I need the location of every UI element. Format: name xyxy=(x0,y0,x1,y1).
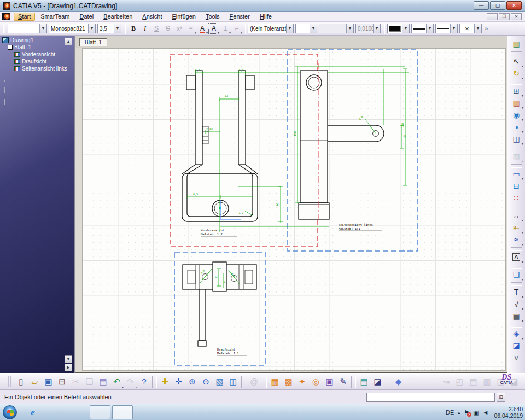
font-combo[interactable]: Monospac821 ▼ xyxy=(49,24,96,33)
normal-view-icon[interactable]: ▧ xyxy=(213,375,226,388)
superscript-button[interactable]: x² xyxy=(174,23,185,34)
minimize-button[interactable]: — xyxy=(474,1,489,10)
toolbar-overflow-icon[interactable]: » xyxy=(485,25,488,32)
cut-icon[interactable]: ✂ xyxy=(69,375,83,388)
tree-scroll-up-button[interactable]: ▲ xyxy=(65,38,72,45)
select-icon[interactable]: ↖ xyxy=(509,55,523,67)
tree-item-sheet[interactable]: Blatt .1 xyxy=(0,44,74,50)
maximize-button[interactable]: ▢ xyxy=(490,1,505,10)
menu-fenster[interactable]: Fenster xyxy=(225,13,254,21)
item[interactable] xyxy=(152,376,157,388)
measure-between-icon[interactable]: ▤ xyxy=(357,375,371,388)
item[interactable] xyxy=(511,206,522,209)
chevron-down-icon[interactable]: ▼ xyxy=(450,24,457,33)
chevron-down-icon[interactable]: ▼ xyxy=(426,24,433,33)
tree-item-vorderansicht[interactable]: Vorderansicht xyxy=(0,51,74,57)
view-creation-wizard-icon[interactable]: ▧ xyxy=(509,150,523,162)
chevron-down-icon[interactable]: ▼ xyxy=(346,24,353,33)
menu-hilfe[interactable]: Hilfe xyxy=(255,13,276,21)
filter-generation-icon[interactable]: ▣ xyxy=(323,375,336,388)
line-weight-combo[interactable]: ▼ xyxy=(411,24,434,33)
chevron-down-icon[interactable]: ▼ xyxy=(88,24,95,33)
apply-material-icon[interactable]: ◆ xyxy=(392,375,405,388)
chevron-down-icon[interactable]: ▼ xyxy=(286,24,293,33)
new-document-icon[interactable]: ▯ xyxy=(14,375,28,388)
justify-button[interactable]: ≡ xyxy=(185,23,196,34)
drafting-workbench-icon[interactable]: ▦ xyxy=(509,38,523,50)
italic-button[interactable]: I xyxy=(139,23,150,34)
inactive-tool-icon-2[interactable]: ◰ xyxy=(453,375,466,388)
broken-view-icon[interactable]: ◫ xyxy=(509,133,523,145)
roughness-symbol-icon[interactable]: √ xyxy=(509,298,523,310)
inactive-tool-icon-4[interactable]: ▥ xyxy=(480,375,494,388)
whats-this-icon[interactable]: ? xyxy=(137,375,151,388)
menu-einfuegen[interactable]: Einfügen xyxy=(167,13,200,21)
item[interactable] xyxy=(405,375,439,388)
dimension-edit-icon[interactable]: ✎ xyxy=(336,375,350,388)
title-bar[interactable]: CATIA V5 - [Drawing1.CATDrawing] — ▢ ✕ xyxy=(0,0,525,12)
document-icon[interactable] xyxy=(2,13,10,20)
inactive-tool-icon-1[interactable]: ↝ xyxy=(439,375,453,388)
item[interactable] xyxy=(511,265,522,269)
refresh-icon[interactable]: @ xyxy=(247,375,261,388)
chevron-down-icon[interactable]: ▼ xyxy=(39,24,46,33)
area-fill-icon[interactable]: ◪ xyxy=(509,340,523,352)
print-icon[interactable]: ⊟ xyxy=(55,375,69,388)
drawing-sheet[interactable]: 6,5 6,5 44 2,88 6,5 76 R 8 xyxy=(82,48,506,371)
display-format-combo[interactable]: ▼ xyxy=(319,24,354,33)
tray-expand-icon[interactable]: ▴ xyxy=(458,410,460,415)
new-sheet-icon[interactable]: ▭ xyxy=(509,168,523,180)
action-center-icon[interactable]: ⚑ xyxy=(464,409,469,416)
undo-icon[interactable]: ↶ xyxy=(110,375,124,388)
item[interactable] xyxy=(511,247,522,251)
taskbar-firefox-button[interactable] xyxy=(90,405,110,419)
item[interactable] xyxy=(511,282,522,286)
zoom-in-icon[interactable]: ⊕ xyxy=(185,375,199,388)
precision-combo[interactable]: 0,0100 ▼ xyxy=(355,24,381,33)
table-icon[interactable]: ▦ xyxy=(509,310,523,322)
menu-start[interactable]: Start xyxy=(14,13,35,21)
taskbar-ie-button[interactable]: e xyxy=(22,405,43,419)
chevron-down-icon[interactable]: ▼ xyxy=(310,24,317,33)
end-style-combo[interactable]: ✕ ▼ xyxy=(459,24,482,33)
tree-scroll-down-button[interactable]: ▼ xyxy=(65,355,72,363)
item[interactable] xyxy=(241,376,246,388)
datum-feature-icon[interactable]: A xyxy=(509,251,523,263)
mdi-close-button[interactable]: ✕ xyxy=(511,13,522,20)
chevron-down-icon[interactable]: ▼ xyxy=(114,24,121,33)
sheet-tab[interactable]: Blatt .1 xyxy=(79,38,107,46)
new-view-icon[interactable]: ⊟ xyxy=(509,180,523,192)
color-combo[interactable]: ▼ xyxy=(387,24,410,33)
taskbar-catia-button[interactable] xyxy=(112,405,133,419)
side-view-label[interactable]: Seitenansicht links Maßstab: 1:1 xyxy=(339,223,382,231)
power-input-button[interactable]: ⊡ xyxy=(497,393,505,402)
font-color-button[interactable]: A xyxy=(197,23,208,34)
speaker-icon[interactable]: ◄ xyxy=(483,409,489,416)
tree-item-seitenansicht-links[interactable]: Seitenansicht links xyxy=(0,65,74,72)
chevron-down-icon[interactable]: ▼ xyxy=(373,24,380,33)
tree-scroll-right-button[interactable]: ▶ xyxy=(65,364,72,371)
zoom-out-icon[interactable]: ⊖ xyxy=(199,375,213,388)
dimensions-icon[interactable]: ↔ xyxy=(509,209,523,221)
item[interactable] xyxy=(511,147,522,150)
axis-system-icon[interactable]: ◈ xyxy=(509,328,523,340)
start-button[interactable] xyxy=(3,405,17,419)
frame-button[interactable]: A xyxy=(208,23,219,34)
underline-button[interactable]: S xyxy=(151,23,162,34)
bold-button[interactable]: B xyxy=(128,23,139,34)
top-view-geometry[interactable] xyxy=(183,262,256,346)
network-icon[interactable]: ▣ xyxy=(473,409,479,416)
anchor-point-button[interactable]: ⌐ xyxy=(231,23,242,34)
inactive-tool-icon-7[interactable]: ✎ xyxy=(521,375,525,388)
taskbar-explorer-button[interactable] xyxy=(67,405,88,419)
text-icon[interactable]: T xyxy=(509,286,523,298)
redo-icon[interactable]: ↷ xyxy=(124,375,137,388)
item[interactable] xyxy=(511,81,522,85)
multi-view-icon[interactable]: ◫ xyxy=(226,375,240,388)
generate-balloons-icon[interactable]: ◎ xyxy=(309,375,323,388)
menu-tools[interactable]: Tools xyxy=(201,13,224,21)
annotations-icon[interactable]: ❏ xyxy=(509,269,523,281)
toolbar-more-icon[interactable]: ∨ xyxy=(509,352,523,364)
item[interactable] xyxy=(511,164,522,168)
pan-icon[interactable]: ✛ xyxy=(172,375,185,388)
